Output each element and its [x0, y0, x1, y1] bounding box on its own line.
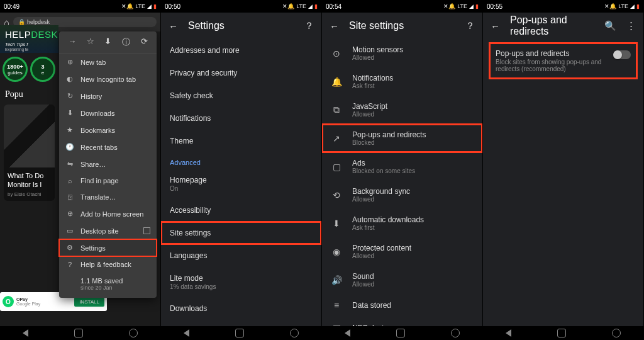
info-icon[interactable]: ⓘ — [122, 37, 130, 48]
setting-privacy-and-security[interactable]: Privacy and security — [161, 62, 321, 84]
install-button[interactable]: INSTALL — [74, 297, 104, 307]
overview-icon[interactable] — [557, 329, 566, 337]
help-icon[interactable]: ？ — [304, 20, 314, 32]
lock-icon: 🔒 — [18, 19, 25, 25]
menu-item-icon: ⊕ — [65, 58, 74, 66]
home-nav-icon[interactable] — [612, 329, 621, 337]
setting-label: Sound — [352, 272, 474, 281]
setting-languages[interactable]: Languages — [161, 244, 321, 267]
toggle-switch[interactable] — [613, 50, 631, 59]
menu-item-share-[interactable]: ⇋ Share… — [59, 156, 157, 173]
popup-toggle-row[interactable]: Pop-ups and redirects Block sites from s… — [489, 43, 637, 79]
menu-item-label: Help & feedback — [80, 261, 131, 268]
back-icon[interactable] — [345, 329, 350, 337]
menu-item-bookmarks[interactable]: ★ Bookmarks — [59, 122, 157, 139]
menu-item--mb-saved[interactable]: 1.1 MB savedsince 20 Jan — [59, 273, 157, 295]
menu-item-new-incognito-tab[interactable]: ◐ New Incognito tab — [59, 71, 157, 88]
home-nav-icon[interactable] — [451, 329, 460, 337]
status-bar: 00:55 ✕🔔LTE◢▮ — [483, 0, 643, 13]
setting-automatic-downloads[interactable]: ⬇ Automatic downloads Ask first — [322, 209, 482, 237]
menu-item-label: 1.1 MB savedsince 20 Jan — [80, 277, 123, 291]
back-icon[interactable]: ← — [169, 21, 178, 31]
setting-icon: 🔔 — [331, 77, 342, 87]
panel-settings: 00:50 ✕🔔LTE◢▮ ← Settings ？ Addresses and… — [161, 0, 322, 340]
article-card[interactable]: What To Do Monitor Is I by Elsie Otachi — [4, 105, 55, 201]
home-nav-icon[interactable] — [129, 329, 138, 337]
help-icon[interactable]: ？ — [465, 20, 475, 32]
setting-notifications[interactable]: Notifications — [161, 107, 321, 130]
setting-ads[interactable]: ▢ Ads Blocked on some sites — [322, 152, 482, 181]
site-hero: HELPDESK Tech Tips f Explaining te — [0, 25, 58, 53]
android-navbar[interactable] — [161, 326, 321, 340]
toggle-subtitle: Block sites from showing pop-ups and red… — [496, 59, 607, 72]
setting-data-stored[interactable]: ≡ Data stored — [322, 294, 482, 317]
menu-item-desktop-site[interactable]: ▭ Desktop site — [59, 222, 157, 239]
setting-motion-sensors[interactable]: ⊙ Motion sensors Allowed — [322, 39, 482, 67]
reload-icon[interactable]: ⟳ — [141, 37, 148, 48]
menu-item-recent-tabs[interactable]: 🕐 Recent tabs — [59, 139, 157, 156]
menu-item-label: Share… — [80, 161, 106, 168]
bookmark-icon[interactable]: ☆ — [87, 37, 94, 48]
menu-action-row: → ☆ ⬇ ⓘ ⟳ — [59, 34, 157, 54]
setting-icon: ▢ — [331, 162, 342, 172]
setting-safety-check[interactable]: Safety check — [161, 84, 321, 107]
setting-javascript[interactable]: ⧉ JavaScript Allowed — [322, 96, 482, 124]
checkbox[interactable] — [143, 227, 150, 234]
menu-item-history[interactable]: ↻ History — [59, 88, 157, 105]
setting-addresses-and-more[interactable]: Addresses and more — [161, 39, 321, 62]
setting-theme[interactable]: Theme — [161, 130, 321, 152]
setting-icon: ⊙ — [331, 48, 342, 59]
url-text: helpdesk — [27, 19, 50, 25]
setting-pop-ups-and-redirects[interactable]: ↗ Pop-ups and redirects Blocked — [322, 124, 482, 152]
menu-item-icon: ⬇ — [65, 109, 74, 117]
setting-accessibility[interactable]: Accessibility — [161, 199, 321, 222]
setting-label: Motion sensors — [352, 45, 474, 54]
setting-background-sync[interactable]: ⟲ Background sync Allowed — [322, 181, 482, 209]
article-byline: by Elsie Otachi — [8, 191, 51, 197]
menu-item-help-feedback[interactable]: ? Help & feedback — [59, 256, 157, 273]
site-logo: HELPDESK — [5, 29, 53, 40]
status-bar: 00:50 ✕🔔LTE◢▮ — [161, 0, 321, 13]
overview-icon[interactable] — [396, 329, 405, 337]
menu-item-find-in-page[interactable]: ⌕ Find in page — [59, 173, 157, 189]
forward-icon[interactable]: → — [68, 37, 76, 48]
overview-icon[interactable] — [74, 329, 83, 337]
back-icon[interactable]: ← — [491, 21, 500, 31]
overflow-menu: → ☆ ⬇ ⓘ ⟳ ⊕ New tab ◐ New Incognito tab … — [59, 31, 157, 298]
more-icon[interactable]: ⋮ — [626, 20, 636, 31]
page-title: Settings — [188, 20, 294, 31]
menu-item-add-to-home-screen[interactable]: ⊕ Add to Home screen — [59, 205, 157, 222]
android-navbar[interactable] — [0, 326, 160, 340]
menu-item-icon: ⚙ — [65, 244, 74, 252]
setting-protected-content[interactable]: ◉ Protected content Allowed — [322, 237, 482, 266]
menu-item-downloads[interactable]: ⬇ Downloads — [59, 105, 157, 122]
back-icon[interactable] — [23, 329, 28, 337]
setting-sub: Allowed — [352, 54, 474, 61]
setting-site-settings[interactable]: Site settings — [161, 222, 321, 244]
android-navbar[interactable] — [483, 326, 643, 340]
home-nav-icon[interactable] — [290, 329, 299, 337]
setting-sound[interactable]: 🔊 Sound Allowed — [322, 266, 482, 294]
setting-lite-mode[interactable]: Lite mode 1% data savings — [161, 267, 321, 297]
setting-downloads[interactable]: Downloads — [161, 297, 321, 320]
menu-item-translate-[interactable]: ⍰ Translate… — [59, 189, 157, 205]
download-icon[interactable]: ⬇ — [104, 37, 111, 48]
back-icon[interactable] — [184, 329, 189, 337]
menu-item-new-tab[interactable]: ⊕ New tab — [59, 54, 157, 71]
setting-homepage[interactable]: Homepage On — [161, 169, 321, 199]
search-icon[interactable]: 🔍 — [604, 20, 616, 31]
back-icon[interactable] — [506, 329, 511, 337]
setting-sub: Allowed — [352, 111, 474, 118]
setting-label: Pop-ups and redirects — [352, 130, 474, 139]
menu-item-settings[interactable]: ⚙ Settings — [59, 239, 157, 256]
setting-label: Accessibility — [170, 206, 313, 215]
overview-icon[interactable] — [235, 329, 244, 337]
setting-icon: ⬇ — [331, 218, 342, 229]
back-icon[interactable]: ← — [330, 21, 339, 31]
menu-item-icon: ⌕ — [65, 177, 74, 184]
android-navbar[interactable] — [322, 326, 482, 340]
setting-label: Theme — [170, 137, 313, 145]
setting-notifications[interactable]: 🔔 Notifications Ask first — [322, 67, 482, 96]
settings-header: ← Settings ？ — [161, 13, 321, 39]
setting-label: Languages — [170, 251, 313, 260]
